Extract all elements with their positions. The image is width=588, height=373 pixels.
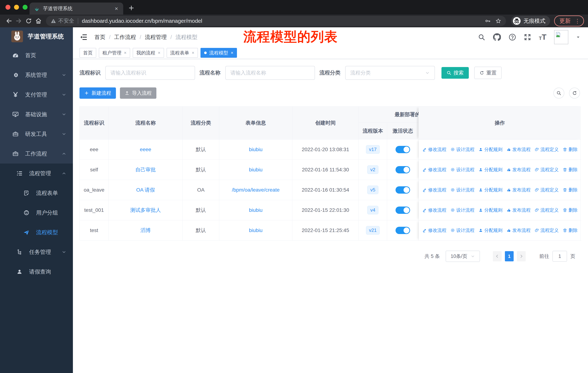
tab-home[interactable]: 首页 [79, 48, 96, 58]
action-delete[interactable]: 删除 [563, 207, 578, 213]
form-info-link[interactable]: biubiu [249, 227, 263, 233]
sidebar-item-home[interactable]: 首页 [0, 46, 73, 65]
avatar[interactable] [554, 30, 568, 44]
action-assign-rules[interactable]: 分配规则 [478, 146, 503, 152]
active-toggle[interactable] [396, 166, 410, 173]
action-design[interactable]: 设计流程 [450, 187, 474, 193]
tab-process-model[interactable]: 流程模型× [200, 48, 237, 58]
version-badge[interactable]: v2 [367, 165, 378, 174]
url-bar[interactable]: 不安全 dashboard.yudao.iocoder.cn/bpm/manag… [46, 16, 506, 26]
sidebar-item-user-group[interactable]: 用户分组 [0, 203, 73, 222]
window-close-button[interactable] [5, 5, 10, 10]
sidebar-item-process-form[interactable]: 流程表单 [0, 183, 73, 203]
sidebar-logo[interactable]: 芋道管理系统 [0, 27, 73, 46]
close-icon[interactable]: × [124, 51, 126, 55]
action-design[interactable]: 设计流程 [450, 146, 474, 152]
process-name-link[interactable]: 测试多审批人 [130, 207, 161, 214]
process-name-link[interactable]: 滔博 [141, 227, 151, 234]
tab-process-form[interactable]: 流程表单× [167, 48, 198, 58]
active-toggle[interactable] [396, 207, 410, 214]
password-key-icon[interactable] [485, 18, 491, 24]
action-definition[interactable]: 流程定义 [535, 146, 559, 152]
action-modify[interactable]: 修改流程 [422, 146, 446, 152]
action-delete[interactable]: 删除 [563, 227, 578, 233]
action-delete[interactable]: 删除 [563, 187, 578, 193]
action-modify[interactable]: 修改流程 [422, 167, 446, 173]
action-design[interactable]: 设计流程 [450, 207, 474, 213]
active-toggle[interactable] [396, 186, 410, 194]
close-icon[interactable]: × [231, 51, 233, 55]
fullscreen-icon[interactable] [524, 33, 531, 41]
browser-menu-icon[interactable]: ⋮ [573, 18, 582, 24]
update-button[interactable]: 更新 ⋮ [554, 15, 584, 26]
breadcrumb-item[interactable]: 首页 [94, 33, 105, 41]
browser-tab[interactable]: 芋道管理系统 × [30, 2, 123, 15]
form-info-link[interactable]: biubiu [249, 147, 263, 152]
security-label[interactable]: 不安全 [58, 17, 74, 25]
close-icon[interactable]: × [158, 51, 160, 55]
reload-icon[interactable] [24, 16, 33, 26]
sidebar-item-dev-tools[interactable]: 研发工具 [0, 124, 73, 144]
sidebar-item-workflow[interactable]: 工作流程 [0, 144, 73, 163]
sidebar-fold-icon[interactable] [79, 33, 87, 41]
process-key-input[interactable]: 请输入流程标识 [105, 66, 195, 80]
show-search-icon[interactable] [553, 88, 564, 99]
action-design[interactable]: 设计流程 [450, 167, 474, 173]
home-icon[interactable] [33, 16, 43, 26]
action-delete[interactable]: 删除 [563, 146, 578, 152]
sidebar-item-payment-management[interactable]: 支付管理 [0, 85, 73, 105]
action-design[interactable]: 设计流程 [450, 227, 474, 233]
action-definition[interactable]: 流程定义 [535, 227, 559, 233]
refresh-icon[interactable] [569, 88, 580, 99]
window-zoom-button[interactable] [23, 5, 28, 10]
back-icon[interactable] [4, 16, 14, 26]
action-modify[interactable]: 修改流程 [422, 187, 446, 193]
action-assign-rules[interactable]: 分配规则 [478, 187, 503, 193]
action-publish[interactable]: 发布流程 [506, 187, 531, 193]
tab-my-process[interactable]: 我的流程× [133, 48, 164, 58]
action-modify[interactable]: 修改流程 [422, 227, 446, 233]
form-info-link[interactable]: /bpm/oa/leave/create [232, 187, 280, 193]
sidebar-item-process-model[interactable]: 流程模型 [0, 222, 73, 242]
action-publish[interactable]: 发布流程 [506, 167, 531, 173]
help-icon[interactable] [509, 33, 516, 41]
action-modify[interactable]: 修改流程 [422, 207, 446, 213]
sidebar-item-leave-query[interactable]: 请假查询 [0, 262, 73, 282]
process-category-select[interactable]: 流程分类 [345, 66, 435, 80]
search-icon[interactable] [478, 33, 485, 41]
avatar-caret-icon[interactable] [576, 35, 580, 39]
breadcrumb-item[interactable]: 流程管理 [145, 33, 167, 41]
create-process-button[interactable]: 新建流程 [79, 87, 116, 99]
action-assign-rules[interactable]: 分配规则 [478, 167, 503, 173]
new-tab-button[interactable]: + [129, 3, 134, 12]
goto-page-input[interactable]: 1 [552, 251, 567, 262]
search-button[interactable]: 搜索 [441, 67, 469, 79]
action-publish[interactable]: 发布流程 [506, 227, 531, 233]
action-assign-rules[interactable]: 分配规则 [478, 207, 503, 213]
action-assign-rules[interactable]: 分配规则 [478, 227, 503, 233]
action-definition[interactable]: 流程定义 [535, 187, 559, 193]
url-text[interactable]: dashboard.yudao.iocoder.cn/bpm/manager/m… [82, 18, 480, 24]
import-process-button[interactable]: 导入流程 [120, 87, 156, 99]
page-1-button[interactable]: 1 [505, 251, 514, 261]
forward-icon[interactable] [14, 16, 24, 26]
version-badge[interactable]: v17 [366, 145, 380, 154]
form-info-link[interactable]: biubiu [249, 167, 263, 173]
version-badge[interactable]: v5 [367, 186, 378, 194]
action-definition[interactable]: 流程定义 [535, 167, 559, 173]
action-definition[interactable]: 流程定义 [535, 207, 559, 213]
action-delete[interactable]: 删除 [563, 167, 578, 173]
process-name-link[interactable]: OA 请假 [136, 186, 155, 193]
form-info-link[interactable]: biubiu [249, 207, 263, 213]
github-icon[interactable] [493, 33, 501, 41]
tab-tenant-management[interactable]: 租户管理× [99, 48, 130, 58]
font-size-icon[interactable]: TT [539, 34, 546, 40]
next-page-button[interactable] [517, 251, 526, 261]
page-size-select[interactable]: 10条/页 [446, 251, 480, 262]
active-toggle[interactable] [396, 227, 410, 234]
version-badge[interactable]: v21 [366, 226, 380, 235]
process-name-input[interactable]: 请输入流程名称 [225, 66, 315, 80]
action-publish[interactable]: 发布流程 [506, 207, 531, 213]
process-name-link[interactable]: 自己审批 [136, 166, 156, 173]
sidebar-item-infrastructure[interactable]: 基础设施 [0, 105, 73, 124]
